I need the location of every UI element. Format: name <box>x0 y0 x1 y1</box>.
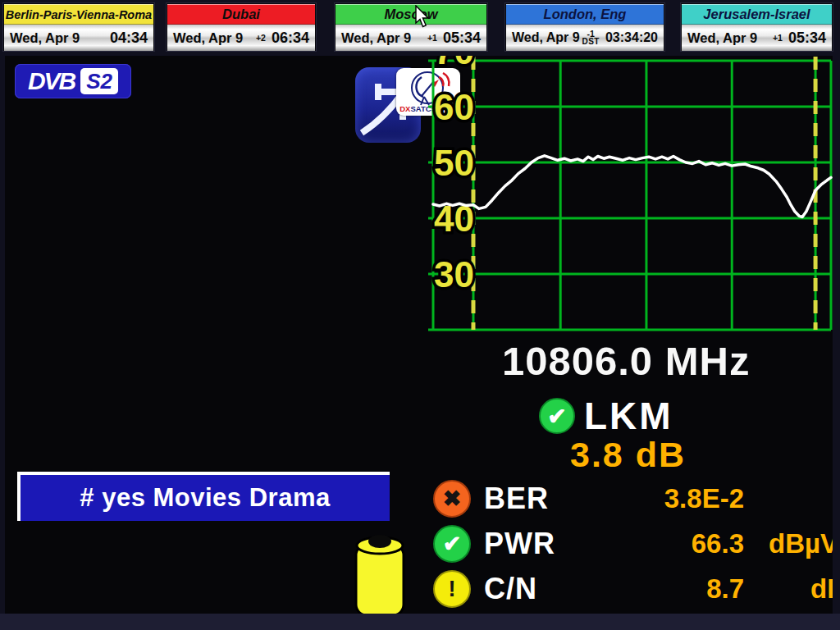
lnb-cylinder-icon <box>353 532 407 614</box>
clock-city-label: London, Eng <box>506 4 664 25</box>
lock-status-row: ✔ LKM <box>539 394 673 438</box>
clock-utc-offset: +2 <box>256 34 266 43</box>
svg-text:70: 70 <box>434 56 474 71</box>
cn-value: 8.7 <box>579 570 744 608</box>
clock-date: Wed, Apr 9 <box>10 30 80 46</box>
taskbar-strip <box>0 614 840 630</box>
pwr-value: 66.3 <box>579 525 744 563</box>
clock-time: 05:34 <box>443 30 481 47</box>
clock-body: Wed, Apr 9 04:34 <box>4 25 153 51</box>
clock-utc-offset: +1 <box>773 34 783 43</box>
clock-city-text: Berlin-Paris-Vienna-Roma <box>6 8 152 21</box>
clock-city-label: Jerusalem-Israel <box>682 4 832 25</box>
cn-warn-icon: ! <box>433 570 471 608</box>
clock-body: Wed, Apr 9 -1DST 03:34:20 <box>506 25 664 51</box>
clock-time: 04:34 <box>110 30 148 47</box>
clock-utc-offset: -1DST <box>582 30 600 47</box>
clock-dubai[interactable]: Dubai Wed, Apr 9 +2 06:34 <box>167 3 316 51</box>
clock-city-text: London, Eng <box>544 7 627 22</box>
receiver-screen: DVB S2 DXSATCS.COM 706050 <box>5 56 833 614</box>
svg-text:50: 50 <box>434 143 474 183</box>
clock-date: Wed, Apr 9 <box>687 30 757 46</box>
clock-date: Wed, Apr 9 <box>341 30 411 46</box>
ber-label: BER <box>484 480 549 518</box>
channel-banner: # yes Movies Drama <box>17 472 390 521</box>
clock-time: 03:34:20 <box>605 30 658 45</box>
clock-time: 05:34 <box>788 30 826 47</box>
clock-london[interactable]: London, Eng Wed, Apr 9 -1DST 03:34:20 <box>505 3 664 51</box>
clock-moscow[interactable]: Moscow Wed, Apr 9 +1 05:34 <box>335 3 487 51</box>
clock-body: Wed, Apr 9 +1 05:34 <box>336 25 486 51</box>
frequency-readout: 10806.0 MHz <box>502 338 833 384</box>
cn-unit: dB <box>810 570 833 608</box>
clock-city-text: Dubai <box>222 7 260 22</box>
ber-value: 3.8E-2 <box>579 480 744 518</box>
clock-berlin-paris-vienna-roma[interactable]: Berlin-Paris-Vienna-Roma Wed, Apr 9 04:3… <box>3 3 154 51</box>
clock-body: Wed, Apr 9 +2 06:34 <box>167 25 315 51</box>
lock-ok-icon: ✔ <box>539 398 575 434</box>
mouse-cursor <box>415 5 433 30</box>
channel-name: # yes Movies Drama <box>80 483 330 513</box>
pwr-unit: dBµV <box>769 525 833 563</box>
svg-text:60: 60 <box>434 87 474 127</box>
clock-date: Wed, Apr 9 <box>512 30 580 45</box>
clock-jerusalem[interactable]: Jerusalem-Israel Wed, Apr 9 +1 05:34 <box>681 3 833 51</box>
link-margin-value: 3.8 dB <box>570 435 686 475</box>
clock-date: Wed, Apr 9 <box>173 30 243 46</box>
satellite-meter-desktop: Berlin-Paris-Vienna-Roma Wed, Apr 9 04:3… <box>0 0 840 630</box>
clock-city-label: Moscow <box>336 4 486 25</box>
cn-label: C/N <box>484 570 537 608</box>
lock-label: LKM <box>584 394 673 438</box>
clock-city-text: Jerusalem-Israel <box>703 7 810 22</box>
svg-text:30: 30 <box>434 254 474 294</box>
clock-body: Wed, Apr 9 +1 05:34 <box>682 25 832 51</box>
clock-utc-offset: +1 <box>427 34 437 43</box>
clock-city-label: Berlin-Paris-Vienna-Roma <box>4 4 153 25</box>
pwr-label: PWR <box>484 525 555 563</box>
ber-fail-icon: ✖ <box>433 480 471 518</box>
clock-time: 06:34 <box>272 30 309 47</box>
pwr-ok-icon: ✔ <box>433 525 471 563</box>
clock-city-label: Dubai <box>167 4 315 25</box>
